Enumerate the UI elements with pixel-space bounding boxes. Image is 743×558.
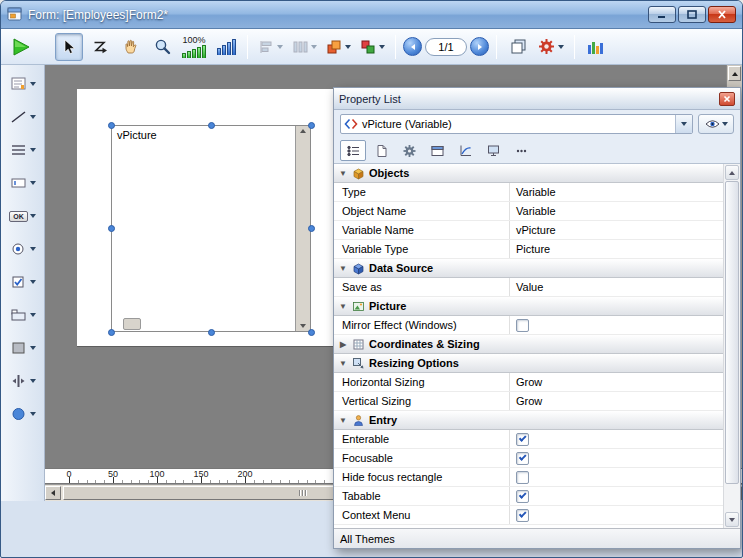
section-header-entry[interactable]: ▼ Entry <box>334 411 723 430</box>
enterable-checkbox[interactable] <box>516 433 529 446</box>
close-button[interactable] <box>708 6 736 23</box>
property-row: Save as Value <box>334 278 723 297</box>
play-icon <box>10 36 32 58</box>
display-scale-button[interactable] <box>212 33 240 61</box>
line-tool[interactable] <box>4 104 42 130</box>
zoom-level-label: 100% <box>182 35 205 45</box>
tab-settings[interactable] <box>396 140 422 161</box>
main-toolbar: 100% 1/1 <box>1 29 742 65</box>
scroll-down-button[interactable] <box>725 512 739 527</box>
tab-events[interactable] <box>452 140 478 161</box>
object-list-icon <box>587 39 605 55</box>
zoom-tool-button[interactable] <box>148 33 176 61</box>
tab-appearance[interactable] <box>424 140 450 161</box>
minimize-button[interactable] <box>648 6 676 23</box>
splitter-tool[interactable] <box>4 368 42 394</box>
checkbox-tool[interactable] <box>4 269 42 295</box>
distribute-tool-button[interactable] <box>289 33 320 61</box>
group-tool-button[interactable] <box>357 33 388 61</box>
picture-variable-object[interactable]: vPicture <box>111 125 311 332</box>
property-list-close-button[interactable] <box>719 92 735 106</box>
scroll-grip-icon <box>299 490 307 496</box>
expander-icon[interactable]: ▼ <box>338 169 348 178</box>
scroll-thumb[interactable] <box>725 181 739 484</box>
object-selector[interactable]: vPicture (Variable) <box>340 114 693 134</box>
text-tool[interactable] <box>4 71 42 97</box>
entry-order-tool-button[interactable] <box>86 33 114 61</box>
settings-gear-button[interactable] <box>535 33 567 61</box>
expander-icon[interactable]: ▼ <box>338 302 348 311</box>
selection-handle[interactable] <box>208 329 215 336</box>
property-value[interactable]: Grow <box>510 376 723 388</box>
oval-tool[interactable] <box>4 401 42 427</box>
titlebar[interactable]: Form: [Employees]Form2* <box>1 1 742 29</box>
tab-page[interactable] <box>368 140 394 161</box>
tab-all-properties[interactable] <box>340 140 366 161</box>
gear-icon <box>538 38 555 55</box>
button-tool[interactable]: OK <box>4 203 42 229</box>
expander-icon[interactable]: ▶ <box>338 340 348 349</box>
scroll-up-button[interactable] <box>725 165 739 180</box>
mirror-effect-checkbox[interactable] <box>516 319 529 332</box>
scroll-up-button[interactable] <box>728 66 741 81</box>
section-header-data-source[interactable]: ▼ Data Source <box>334 259 723 278</box>
window-icon <box>430 144 445 158</box>
radio-button-tool[interactable] <box>4 236 42 262</box>
arrow-cursor-icon <box>61 39 77 55</box>
execute-form-button[interactable] <box>7 33 35 61</box>
expander-icon[interactable]: ▼ <box>338 264 348 273</box>
property-list-scrollbar[interactable] <box>723 164 740 528</box>
align-tool-button[interactable] <box>255 33 286 61</box>
entry-order-icon <box>92 39 108 55</box>
level-tool-button[interactable] <box>323 33 354 61</box>
view-options-button[interactable] <box>698 114 734 134</box>
groupbox-tool[interactable] <box>4 137 42 163</box>
field-tool[interactable] <box>4 170 42 196</box>
focusable-checkbox[interactable] <box>516 452 529 465</box>
selection-handle[interactable] <box>108 225 115 232</box>
section-header-picture[interactable]: ▼ Picture <box>334 297 723 316</box>
previous-page-button[interactable] <box>403 37 422 56</box>
next-page-button[interactable] <box>470 37 489 56</box>
separator <box>574 35 575 59</box>
selection-handle[interactable] <box>108 329 115 336</box>
section-header-coordinates-sizing[interactable]: ▶ Coordinates & Sizing <box>334 335 723 354</box>
property-value[interactable]: Variable <box>510 205 723 217</box>
object-list-button[interactable] <box>582 33 610 61</box>
context-menu-checkbox[interactable] <box>516 509 529 522</box>
section-header-objects[interactable]: ▼ Objects <box>334 164 723 183</box>
tab-control-tool[interactable] <box>4 302 42 328</box>
tabable-checkbox[interactable] <box>516 490 529 503</box>
expander-icon[interactable]: ▼ <box>338 359 348 368</box>
tab-display[interactable] <box>480 140 506 161</box>
property-list-titlebar[interactable]: Property List <box>334 88 740 110</box>
property-value[interactable]: Variable <box>510 186 723 198</box>
selection-handle[interactable] <box>308 225 315 232</box>
hide-focus-rectangle-checkbox[interactable] <box>516 471 529 484</box>
section-title: Data Source <box>369 262 433 274</box>
hand-icon <box>123 39 139 55</box>
selection-tool-button[interactable] <box>55 33 83 61</box>
selection-handle[interactable] <box>308 122 315 129</box>
coordinates-icon <box>352 338 365 351</box>
expander-icon[interactable]: ▼ <box>338 416 348 425</box>
property-value[interactable]: Value <box>510 281 723 293</box>
tab-more[interactable] <box>508 140 534 161</box>
move-tool-button[interactable] <box>117 33 145 61</box>
selection-handle[interactable] <box>308 329 315 336</box>
maximize-button[interactable] <box>678 6 706 23</box>
property-value[interactable]: vPicture <box>510 224 723 236</box>
theme-filter[interactable]: All Themes <box>334 528 740 548</box>
zoom-bars-icon[interactable] <box>182 45 206 58</box>
selector-dropdown-button[interactable] <box>675 115 692 133</box>
property-value[interactable]: Grow <box>510 395 723 407</box>
section-header-resizing-options[interactable]: ▼ Resizing Options <box>334 354 723 373</box>
selection-handle[interactable] <box>208 122 215 129</box>
rectangle-tool[interactable] <box>4 335 42 361</box>
selection-handle[interactable] <box>108 122 115 129</box>
property-value[interactable]: Picture <box>510 243 723 255</box>
zoom-level-control[interactable]: 100% <box>179 35 209 58</box>
window-controls <box>648 6 736 23</box>
form-windows-button[interactable] <box>504 33 532 61</box>
scroll-left-button[interactable] <box>45 486 61 500</box>
